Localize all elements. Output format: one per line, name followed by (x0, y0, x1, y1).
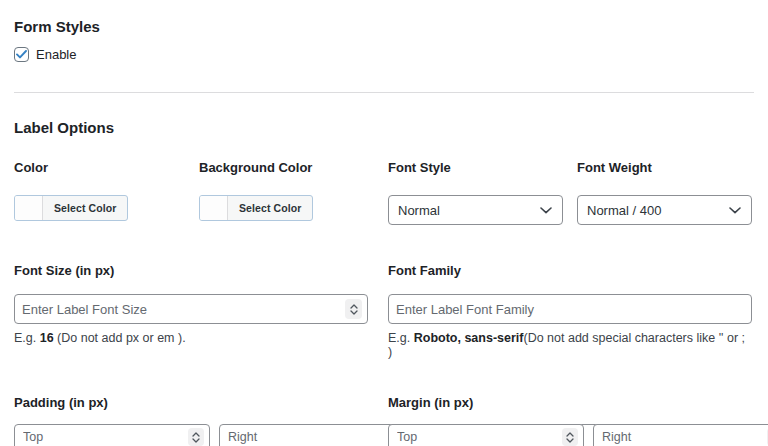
enable-row: Enable (14, 47, 754, 62)
color-label: Color (14, 160, 183, 175)
chevron-down-icon (729, 207, 741, 214)
color-swatch (15, 196, 43, 220)
margin-top-input[interactable] (390, 425, 562, 446)
number-stepper-icon[interactable] (345, 299, 362, 319)
font-weight-field: Font Weight Normal / 400 (577, 160, 752, 225)
number-stepper-icon[interactable] (188, 428, 204, 446)
background-color-swatch (200, 196, 228, 220)
font-size-input-wrap (14, 294, 368, 324)
font-size-helper: E.g. 16 (Do not add px or em ). (14, 331, 368, 345)
padding-label: Padding (in px) (14, 395, 368, 410)
color-columns: Color Select Color Background Color Sele… (14, 160, 368, 225)
font-weight-select[interactable]: Normal / 400 (577, 195, 752, 225)
font-style-label: Font Style (388, 160, 563, 175)
font-size-input[interactable] (16, 295, 345, 323)
font-family-input-wrap (388, 294, 752, 324)
font-family-helper: E.g. Roboto, sans-serif(Do not add speci… (388, 331, 752, 359)
row-color-font: Color Select Color Background Color Sele… (14, 160, 754, 225)
font-style-field: Font Style Normal (388, 160, 563, 225)
padding-field: Padding (in px) (14, 395, 368, 446)
chevron-down-icon (540, 207, 552, 214)
font-family-label: Font Family (388, 263, 752, 278)
font-columns: Font Style Normal Font Weight Normal / 4… (388, 160, 752, 225)
number-stepper-icon[interactable] (562, 428, 578, 446)
color-field: Color Select Color (14, 160, 183, 225)
background-color-field: Background Color Select Color (199, 160, 368, 225)
enable-checkbox[interactable] (14, 47, 29, 62)
margin-right-input-wrap (593, 424, 768, 446)
row-size-family: Font Size (in px) E.g. 16 (Do not add px… (14, 263, 754, 359)
font-weight-selected-value: Normal / 400 (587, 203, 661, 218)
font-family-field: Font Family E.g. Roboto, sans-serif(Do n… (388, 263, 752, 359)
padding-right-input-wrap (219, 424, 415, 446)
section-divider (14, 92, 754, 93)
background-color-label: Background Color (199, 160, 368, 175)
margin-right-input[interactable] (595, 425, 767, 446)
margin-top-input-wrap (388, 424, 584, 446)
font-style-select[interactable]: Normal (388, 195, 563, 225)
font-style-selected-value: Normal (398, 203, 440, 218)
form-styles-heading: Form Styles (14, 18, 754, 35)
padding-top-input[interactable] (16, 425, 188, 446)
settings-panel: Form Styles Enable Label Options Color S… (0, 0, 768, 446)
background-color-picker-button-label: Select Color (228, 196, 312, 220)
margin-field: Margin (in px) (388, 395, 752, 446)
font-weight-label: Font Weight (577, 160, 752, 175)
background-color-picker-button[interactable]: Select Color (199, 195, 313, 221)
padding-top-input-wrap (14, 424, 210, 446)
row-padding-margin: Padding (in px) (14, 395, 754, 446)
margin-label: Margin (in px) (388, 395, 752, 410)
padding-inputs (14, 424, 368, 446)
font-size-label: Font Size (in px) (14, 263, 368, 278)
font-family-input[interactable] (390, 295, 746, 323)
color-picker-button-label: Select Color (43, 196, 127, 220)
check-icon (16, 50, 27, 59)
padding-right-input[interactable] (221, 425, 393, 446)
font-size-field: Font Size (in px) E.g. 16 (Do not add px… (14, 263, 368, 359)
color-picker-button[interactable]: Select Color (14, 195, 128, 221)
label-options-heading: Label Options (14, 119, 754, 136)
margin-inputs (388, 424, 752, 446)
enable-label[interactable]: Enable (36, 47, 76, 62)
